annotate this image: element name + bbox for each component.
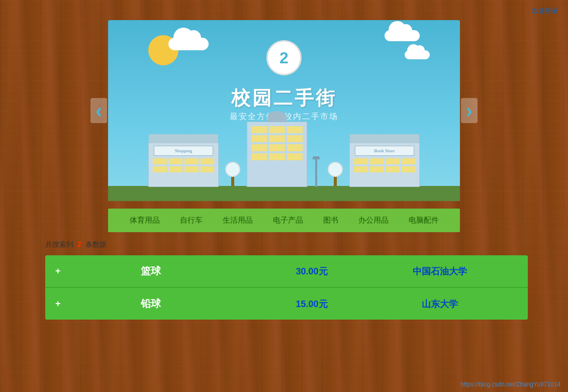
tree-trunk-right bbox=[334, 177, 337, 186]
row-school-1: 中国石油大学 bbox=[362, 265, 518, 277]
light-pole bbox=[315, 159, 317, 187]
banner-next-button[interactable]: › bbox=[461, 98, 478, 123]
building-right: Book Store bbox=[349, 143, 420, 187]
shop-sign-text: Shopping bbox=[175, 148, 193, 153]
category-bike[interactable]: 自行车 bbox=[177, 215, 205, 226]
window bbox=[153, 166, 167, 172]
banner-title: 校园二手街 bbox=[231, 85, 337, 111]
banner-container: 2 校园二手街 最安全方便的校内二手市场 Shopping bbox=[108, 20, 460, 201]
row-name-2: 铅球 bbox=[101, 297, 201, 311]
window bbox=[386, 166, 400, 172]
cloud-2 bbox=[385, 30, 420, 41]
category-office[interactable]: 办公用品 bbox=[356, 215, 391, 226]
window bbox=[354, 166, 368, 172]
category-daily[interactable]: 生活用品 bbox=[220, 215, 255, 226]
footer-link: https://blog.csdn.net/ZhangYu971014 bbox=[460, 381, 560, 388]
banner-logo-inner: 2 bbox=[269, 43, 299, 73]
category-computer[interactable]: 电脑配件 bbox=[406, 215, 441, 226]
window bbox=[169, 166, 183, 172]
tree-left bbox=[223, 162, 243, 186]
window bbox=[269, 153, 285, 160]
window bbox=[269, 144, 285, 151]
category-nav: 体育用品 自行车 生活用品 电子产品 图书 办公用品 电脑配件 bbox=[108, 209, 460, 232]
window bbox=[287, 126, 303, 133]
logo-num: 2 bbox=[279, 49, 289, 67]
row-price-1: 30.00元 bbox=[261, 265, 362, 277]
results-table: + 篮球 30.00元 中国石油大学 + 铅球 15.00元 山东大学 bbox=[45, 255, 528, 320]
login-link[interactable]: 欢迎登录 bbox=[532, 7, 558, 15]
window bbox=[370, 158, 384, 164]
streetlight-center bbox=[311, 156, 321, 187]
search-info: 共搜索到 2 条数据 bbox=[45, 240, 107, 249]
window bbox=[184, 158, 199, 164]
window bbox=[287, 153, 303, 160]
window bbox=[269, 135, 285, 142]
window bbox=[251, 126, 267, 133]
window bbox=[269, 126, 285, 133]
window bbox=[251, 144, 267, 151]
window bbox=[354, 158, 368, 164]
cloud-1 bbox=[168, 38, 209, 50]
book-sign: Book Store bbox=[355, 146, 414, 156]
window bbox=[370, 166, 384, 172]
row-school-2: 山东大学 bbox=[362, 298, 518, 310]
result-row-1[interactable]: + 篮球 30.00元 中国石油大学 bbox=[45, 255, 528, 288]
page-container: 欢迎登录 ‹ 2 校园二手街 最安全 bbox=[0, 0, 568, 392]
category-electronics[interactable]: 电子产品 bbox=[270, 215, 306, 226]
window bbox=[402, 158, 416, 164]
search-suffix: 条数据 bbox=[85, 240, 107, 248]
result-row-2[interactable]: + 铅球 15.00元 山东大学 bbox=[45, 288, 528, 320]
row-price-2: 15.00元 bbox=[261, 298, 362, 310]
shop-sign: Shopping bbox=[154, 146, 213, 156]
window bbox=[153, 158, 167, 164]
window bbox=[184, 166, 199, 172]
window bbox=[251, 135, 267, 142]
window bbox=[201, 166, 215, 172]
tree-top-right bbox=[328, 162, 343, 177]
search-prefix: 共搜索到 bbox=[45, 240, 73, 248]
tree-right bbox=[325, 162, 345, 186]
category-sports[interactable]: 体育用品 bbox=[127, 215, 162, 226]
window bbox=[287, 144, 303, 151]
banner-sky: 2 校园二手街 最安全方便的校内二手市场 Shopping bbox=[108, 20, 460, 201]
row-name-1: 篮球 bbox=[101, 264, 201, 278]
banner-logo: 2 bbox=[266, 40, 302, 75]
dome bbox=[267, 111, 287, 122]
roof-left bbox=[149, 134, 218, 143]
top-bar: 欢迎登录 bbox=[532, 6, 558, 16]
cloud-3 bbox=[405, 50, 430, 59]
row-plus-2: + bbox=[55, 299, 70, 309]
tree-top-left bbox=[225, 162, 240, 177]
window bbox=[402, 166, 416, 172]
ground bbox=[108, 186, 460, 201]
building-center-windows bbox=[247, 122, 307, 164]
banner-wrapper: ‹ 2 校园二手街 最安全方便的校内二手市场 bbox=[108, 20, 460, 201]
banner-prev-button[interactable]: ‹ bbox=[90, 98, 107, 123]
window bbox=[169, 158, 183, 164]
building-center bbox=[247, 122, 307, 187]
tree-trunk-left bbox=[231, 177, 234, 186]
buildings: Shopping bbox=[108, 122, 460, 187]
window bbox=[201, 158, 215, 164]
row-plus-1: + bbox=[55, 266, 70, 276]
window bbox=[386, 158, 400, 164]
building-left: Shopping bbox=[148, 143, 219, 187]
window bbox=[287, 135, 303, 142]
roof-right bbox=[350, 134, 419, 143]
category-books[interactable]: 图书 bbox=[321, 215, 341, 226]
window bbox=[251, 153, 267, 160]
book-sign-text: Book Store bbox=[374, 148, 395, 153]
search-count: 2 bbox=[77, 240, 81, 248]
